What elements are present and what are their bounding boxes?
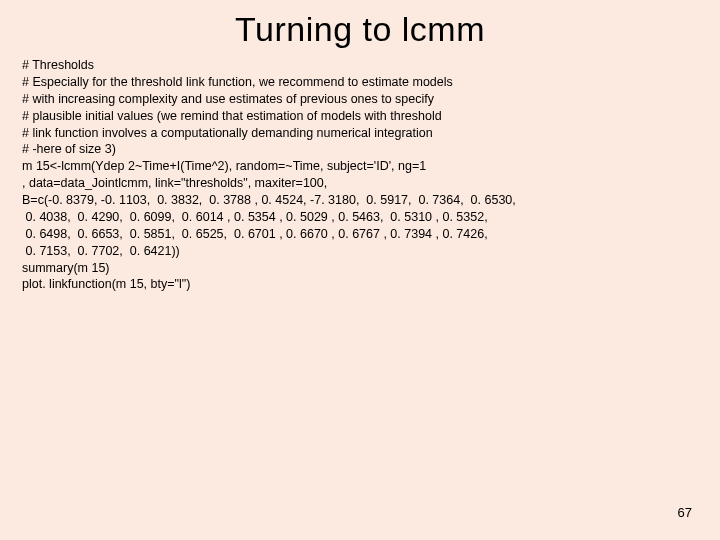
slide: Turning to lcmm # Thresholds # Especiall…: [0, 0, 720, 540]
slide-body: # Thresholds # Especially for the thresh…: [0, 57, 720, 293]
slide-title: Turning to lcmm: [0, 0, 720, 57]
page-number: 67: [678, 505, 692, 520]
